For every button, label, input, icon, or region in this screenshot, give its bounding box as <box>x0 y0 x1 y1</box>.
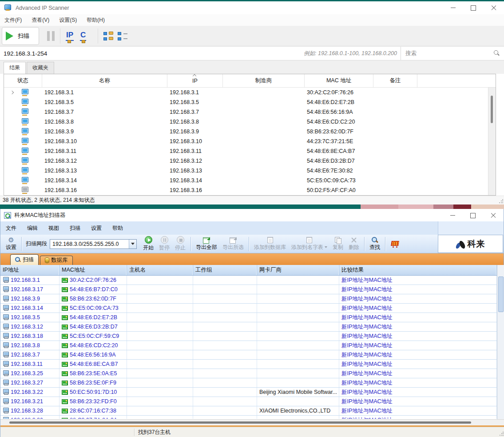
find-button[interactable]: 查找 <box>367 235 383 253</box>
delete-button[interactable]: 删除 <box>346 235 362 253</box>
tab-scan[interactable]: 扫描 <box>10 254 39 265</box>
start-button[interactable]: 开始 <box>140 235 156 253</box>
resize-grip[interactable] <box>499 432 504 436</box>
export-all-button[interactable]: 导出全部 <box>193 235 220 253</box>
resize-grip[interactable] <box>499 199 503 204</box>
menu-item[interactable]: 帮助 <box>112 225 123 232</box>
scrollbar-thumb[interactable] <box>9 421 471 424</box>
network-list-icon[interactable] <box>118 32 127 40</box>
table-row[interactable]: 192.168.3.130:A2:C2:0F:76:26新IP地址与MAC地址 <box>0 276 497 285</box>
menu-item[interactable]: 设置 <box>91 225 102 232</box>
titlebar[interactable]: Advanced IP Scanner <box>0 1 504 14</box>
column-header-manufacturer[interactable]: 制造商 <box>223 74 305 87</box>
settings-button[interactable]: ⚙ 设置 <box>3 235 19 253</box>
column-header-mac-address[interactable]: MAC 地址 <box>305 74 373 87</box>
expand-chevron-icon[interactable] <box>10 91 14 94</box>
table-row[interactable]: 192.168.3.2250:EC:50:91:7D:10Beijing Xia… <box>0 388 497 397</box>
menu-item[interactable]: 查看(V) <box>32 16 49 24</box>
column-header-ip[interactable]: IP <box>167 74 223 87</box>
column-header-hostname[interactable]: 主机名 <box>127 265 193 275</box>
compare-result-cell: 新IP地址与MAC地址 <box>339 313 497 322</box>
nic-vendor-cell <box>257 304 339 313</box>
table-row[interactable]: 192.168.3.11192.168.3.1154:48:E6:8E:CA:B… <box>4 146 496 156</box>
table-row[interactable]: 192.168.3.10192.168.3.1044:23:7C:37:21:5… <box>4 136 496 146</box>
ip-class-button[interactable]: IP <box>66 31 74 41</box>
ip-range-input[interactable]: 192.168.3.1-254 例如: 192.168.0.1-100, 192… <box>0 47 401 60</box>
table-row[interactable]: 192.168.3.2558:B6:23:5E:0A:E5新IP地址与MAC地址 <box>0 369 497 378</box>
table-row[interactable]: 192.168.3.7192.168.3.754:48:E6:56:16:9A <box>4 107 496 117</box>
dropdown-arrow-icon[interactable] <box>129 240 136 249</box>
table-row[interactable]: 192.168.3.13192.168.3.1354:48:E6:7E:30:8… <box>4 166 496 176</box>
column-header-status[interactable]: 状态 <box>4 74 42 87</box>
menu-item[interactable]: 扫描 <box>70 225 80 232</box>
pause-button[interactable] <box>47 31 55 41</box>
table-row[interactable]: 192.168.3.1192.168.3.130:A2:C2:0F:76:26 <box>4 88 496 97</box>
table-row[interactable]: 192.168.3.9192.168.3.958:B6:23:62:0D:7F <box>4 127 496 136</box>
titlebar[interactable]: 科来MAC地址扫描器 <box>0 209 504 221</box>
pause-button[interactable]: 暂停 <box>156 235 172 253</box>
menubar: 文件(F)查看(V)设置(S)帮助(H) <box>0 14 504 26</box>
menu-item[interactable]: 设置(S) <box>59 16 77 24</box>
vertical-scrollbar[interactable] <box>488 88 496 195</box>
tab-results[interactable]: 结果 <box>4 62 26 74</box>
table-row[interactable]: 192.168.3.958:B6:23:62:0D:7F新IP地址与MAC地址 <box>0 294 497 304</box>
scan-button[interactable]: 扫描 <box>2 27 39 45</box>
copy-button[interactable]: 复制 <box>330 235 346 253</box>
table-row[interactable]: 192.168.3.2158:B6:23:32:FD:F0新IP地址与MAC地址 <box>0 397 497 406</box>
maximize-button[interactable] <box>463 1 484 14</box>
table-row[interactable]: 192.168.3.1154:48:E6:8E:CA:B7新IP地址与MAC地址 <box>0 360 497 369</box>
table-row[interactable]: 192.168.3.16192.168.3.1650:D2:F5:AF:CF:A… <box>4 185 496 195</box>
scrollbar-thumb[interactable] <box>491 96 493 123</box>
column-header-nic-vendor[interactable]: 网卡厂商 <box>257 265 339 275</box>
menu-item[interactable]: 帮助(H) <box>87 16 105 24</box>
ip-cell: 192.168.3.8 <box>167 119 223 125</box>
table-row[interactable]: 192.168.3.14192.168.3.145C:E5:0C:09:CA:7… <box>4 176 496 185</box>
computer-icon <box>3 286 9 293</box>
minimize-button[interactable] <box>443 1 463 14</box>
vertical-scrollbar[interactable] <box>497 265 504 419</box>
table-row[interactable]: 192.168.3.12192.168.3.1254:48:E6:D3:2B:D… <box>4 156 496 166</box>
menu-item[interactable]: 文件(F) <box>4 16 22 24</box>
horizontal-scrollbar[interactable] <box>0 419 504 425</box>
menu-item[interactable]: 文件 <box>6 225 16 232</box>
computer-status-icon <box>22 89 28 96</box>
table-row[interactable]: 192.168.3.5192.168.3.554:48:E6:D2:E7:2B <box>4 97 496 107</box>
column-header-compare-result[interactable]: 比较结果 <box>339 265 497 275</box>
purchase-button[interactable] <box>388 235 402 253</box>
table-row[interactable]: 192.168.3.854:48:E6:CD:C2:20新IP地址与MAC地址 <box>0 341 497 350</box>
table-row[interactable]: 192.168.3.754:48:E6:56:16:9A新IP地址与MAC地址 <box>0 350 497 360</box>
menu-item[interactable]: 编辑 <box>27 225 38 232</box>
table-row[interactable]: 192.168.3.185C:E5:0C:CF:59:C9新IP地址与MAC地址 <box>0 332 497 341</box>
table-row[interactable]: 192.168.3.2828:6C:07:16:C7:38XIAOMI Elec… <box>0 406 497 416</box>
column-header-note[interactable]: 备注 <box>373 74 417 87</box>
c-class-button[interactable]: C <box>80 31 86 41</box>
network-tree-icon[interactable] <box>103 32 113 40</box>
mac-value: 28:6C:07:16:C7:38 <box>70 408 116 414</box>
table-row[interactable]: 192.168.3.145C:E5:0C:09:CA:73新IP地址与MAC地址 <box>0 304 497 313</box>
tab-favorites[interactable]: 收藏夹 <box>27 62 54 74</box>
add-to-database-button[interactable]: 添加到数据库 <box>251 235 289 253</box>
scrollbar-thumb[interactable] <box>498 277 504 312</box>
column-header-ip-address[interactable]: IP地址 <box>0 265 60 275</box>
computer-icon <box>3 333 9 339</box>
table-row[interactable]: 192.168.3.8192.168.3.854:48:E6:CD:C2:20 <box>4 117 496 127</box>
table-row[interactable]: 192.168.3.2758:B6:23:5E:0F:F9新IP地址与MAC地址 <box>0 378 497 388</box>
maximize-button[interactable] <box>463 209 483 222</box>
add-to-name-table-button[interactable]: 添加到名字表 <box>289 235 330 253</box>
table-row[interactable]: 192.168.3.3088:C3:97:7A:2A:2A新IP地址与MAC地址 <box>0 416 497 419</box>
scan-range-combobox[interactable]: 192.168.3.0/255.255.255.0 <box>50 239 137 249</box>
search-input[interactable]: 搜索 <box>401 47 504 60</box>
tab-database[interactable]: 数据库 <box>40 256 73 265</box>
close-button[interactable] <box>483 209 504 222</box>
export-selected-button[interactable]: 导出所选 <box>220 235 246 253</box>
table-row[interactable]: 192.168.3.554:48:E6:D2:E7:2B新IP地址与MAC地址 <box>0 313 497 322</box>
table-row[interactable]: 192.168.3.1254:48:E6:D3:2B:D7新IP地址与MAC地址 <box>0 322 497 332</box>
column-header-workgroup[interactable]: 工作组 <box>193 265 257 275</box>
column-header-mac-address[interactable]: MAC地址 <box>60 265 127 275</box>
menu-item[interactable]: 视图 <box>48 225 59 232</box>
stop-button[interactable]: 停止 <box>172 235 188 253</box>
minimize-button[interactable] <box>442 209 463 222</box>
table-row[interactable]: 192.168.3.1754:48:E6:B7:D7:C0新IP地址与MAC地址 <box>0 285 497 294</box>
column-header-name[interactable]: 名称 <box>42 74 167 87</box>
close-button[interactable] <box>484 1 504 14</box>
